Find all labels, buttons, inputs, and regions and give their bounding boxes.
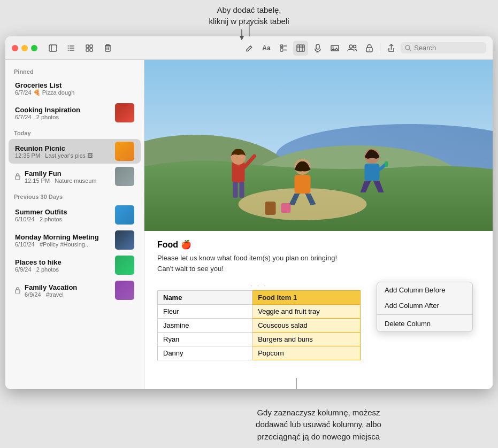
grid-view-button[interactable] [82, 41, 96, 55]
svg-rect-11 [90, 49, 93, 51]
annotation-top: Aby dodać tabelę, kliknij w przycisk tab… [0, 4, 498, 27]
audio-button[interactable] [310, 41, 325, 56]
search-box [401, 42, 486, 53]
svg-rect-54 [281, 203, 291, 213]
sidebar-item-summer-outfits[interactable]: Summer Outfits 6/10/24 2 photos [9, 203, 141, 227]
minimize-button[interactable] [21, 45, 28, 51]
sidebar-item-cooking-title: Cooking Inspiration [15, 106, 111, 114]
font-button[interactable]: Aa [259, 41, 274, 56]
list-view-button[interactable] [64, 41, 78, 55]
note-body: Food 🍎 Please let us know what food item… [144, 231, 493, 369]
share-button[interactable] [384, 41, 399, 56]
sidebar-item-family-fun-title: Family Fun [25, 169, 111, 177]
delete-button[interactable] [101, 41, 114, 55]
sidebar-item-family-vac-subtitle: 6/9/24 #travel [25, 291, 111, 298]
table-cell-name-1[interactable]: Jasmine [158, 319, 252, 333]
sidebar-item-family-fun[interactable]: Family Fun 12:15 PM Nature museum [9, 164, 141, 189]
note-photo [144, 60, 493, 231]
sidebar-item-family-vacation[interactable]: Family Vacation 6/9/24 #travel [9, 278, 141, 303]
sidebar-item-groceries-title: Groceries List [15, 81, 134, 89]
table-row: Fleur Veggie and fruit tray [158, 305, 361, 319]
sidebar-item-places-subtitle: 6/9/24 2 photos [15, 266, 111, 273]
fullscreen-button[interactable] [31, 45, 37, 51]
lock-button[interactable] [362, 41, 377, 56]
sidebar-item-summer-title: Summer Outfits [15, 208, 111, 216]
table-drag-handle: · · · [250, 282, 267, 289]
svg-point-7 [68, 50, 69, 51]
note-photo-svg [144, 60, 493, 231]
sidebar-item-reunion-subtitle: 12:35 PM Last year's pics 🖼 [15, 152, 111, 159]
sidebar-item-cooking[interactable]: Cooking Inspiration 6/7/24 2 photos [9, 101, 141, 125]
svg-point-32 [369, 49, 370, 50]
sidebar-item-reunion-thumb [115, 142, 134, 161]
svg-rect-36 [16, 290, 20, 293]
context-menu-add-before[interactable]: Add Column Before [377, 282, 472, 298]
close-button[interactable] [12, 45, 18, 51]
sidebar-item-family-vac-title: Family Vacation [25, 283, 111, 291]
table-cell-food-0[interactable]: Veggie and fruit tray [252, 305, 361, 319]
context-menu-delete[interactable]: Delete Column [377, 316, 472, 331]
svg-point-28 [332, 46, 333, 47]
search-icon [405, 45, 411, 51]
search-input[interactable] [414, 44, 478, 52]
annotation-top-line1: Aby dodać tabelę, [217, 5, 281, 14]
table-cell-food-2[interactable]: Burgers and buns [252, 333, 361, 346]
sidebar-item-groceries[interactable]: Groceries List 6/7/24 🍕 Pizza dough [9, 78, 141, 100]
svg-point-33 [405, 45, 410, 50]
collaborate-button[interactable] [344, 41, 359, 56]
sidebar-item-cooking-thumb [115, 103, 134, 122]
svg-rect-53 [265, 202, 276, 215]
table-col2-header[interactable]: Food Item 1 [252, 291, 361, 305]
sidebar-item-reunion[interactable]: Reunion Picnic 12:35 PM Last year's pics… [9, 139, 141, 164]
media-button[interactable] [327, 41, 342, 56]
note-table-wrapper: · · · Name Food Item 1 Fleur V [157, 282, 361, 360]
sidebar-item-places-hike[interactable]: Places to hike 6/9/24 2 photos [9, 253, 141, 277]
context-menu-divider [377, 314, 472, 315]
svg-rect-24 [316, 44, 319, 49]
checklist-button[interactable] [276, 41, 291, 56]
traffic-lights [12, 45, 37, 51]
note-text: Please let us know what food item(s) you… [157, 253, 480, 274]
svg-rect-8 [86, 45, 89, 48]
table-cell-food-1[interactable]: Couscous salad [252, 319, 361, 333]
sidebar-item-monday-subtitle: 6/10/24 #Policy #Housing... [15, 241, 111, 248]
titlebar: Aa [5, 36, 493, 60]
table-button[interactable] [293, 41, 308, 56]
svg-point-30 [354, 45, 356, 48]
sidebar-item-monday-thumb [115, 230, 134, 250]
context-menu-add-after[interactable]: Add Column After [377, 298, 472, 313]
sidebar: Pinned Groceries List 6/7/24 🍕 Pizza dou… [5, 60, 144, 389]
table-row: Danny Popcorn [158, 346, 361, 360]
table-row: Jasmine Couscous salad [158, 319, 361, 333]
annotation-bottom: Gdy zaznaczysz kolumnę, możeszdodawać lu… [144, 407, 493, 443]
sidebar-item-monday-meeting[interactable]: Monday Morning Meeting 6/10/24 #Policy #… [9, 228, 141, 252]
note-title: Food 🍎 [157, 240, 480, 250]
lock-icon-family-vac [15, 287, 20, 293]
svg-rect-10 [86, 49, 89, 51]
sidebar-section-pinned: Pinned [5, 64, 144, 77]
table-cell-name-2[interactable]: Ryan [158, 333, 252, 346]
sidebar-toggle-button[interactable] [46, 41, 60, 55]
compose-button[interactable] [242, 41, 257, 56]
svg-rect-18 [280, 49, 283, 51]
table-cell-food-3[interactable]: Popcorn [252, 346, 361, 360]
window-body: Pinned Groceries List 6/7/24 🍕 Pizza dou… [5, 60, 493, 389]
table-cell-name-3[interactable]: Danny [158, 346, 252, 360]
main-window: Aa [5, 36, 493, 389]
svg-rect-35 [16, 176, 20, 180]
sidebar-item-family-fun-thumb [115, 167, 134, 186]
svg-rect-48 [295, 175, 311, 194]
svg-rect-20 [297, 45, 304, 51]
sidebar-item-groceries-subtitle: 6/7/24 🍕 Pizza dough [15, 89, 134, 96]
table-col1-header[interactable]: Name [158, 291, 252, 305]
sidebar-item-cooking-subtitle: 6/7/24 2 photos [15, 114, 111, 120]
svg-rect-46 [240, 182, 244, 198]
table-row: Ryan Burgers and buns [158, 333, 361, 346]
svg-point-29 [349, 45, 353, 48]
svg-rect-50 [365, 164, 380, 181]
sidebar-item-monday-title: Monday Morning Meeting [15, 233, 111, 241]
table-cell-name-0[interactable]: Fleur [158, 305, 252, 319]
svg-rect-45 [233, 182, 238, 198]
sidebar-item-summer-thumb [115, 205, 134, 225]
svg-rect-12 [105, 46, 110, 51]
